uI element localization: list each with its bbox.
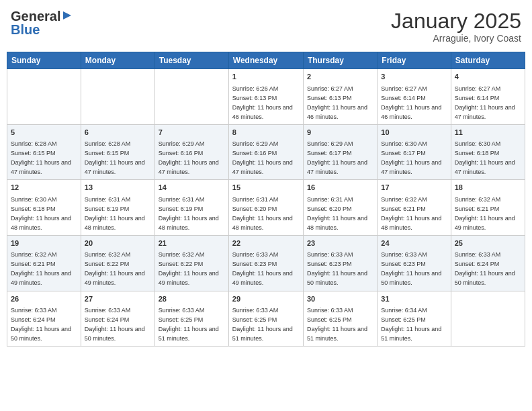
day-number: 26 (11, 294, 77, 304)
day-info: Sunrise: 6:31 AMSunset: 6:19 PMDaylight:… (85, 196, 145, 231)
day-number: 17 (381, 183, 447, 193)
calendar-day-3: 3Sunrise: 6:27 AMSunset: 6:14 PMDaylight… (378, 69, 451, 125)
day-number: 29 (232, 294, 300, 304)
day-number: 3 (381, 72, 447, 82)
day-number: 20 (85, 238, 151, 248)
calendar-week-4: 19Sunrise: 6:32 AMSunset: 6:21 PMDayligh… (7, 235, 525, 291)
col-header-sunday: Sunday (7, 52, 81, 69)
day-info: Sunrise: 6:32 AMSunset: 6:21 PMDaylight:… (381, 196, 441, 231)
calendar-day-17: 17Sunrise: 6:32 AMSunset: 6:21 PMDayligh… (378, 180, 451, 236)
day-number: 25 (455, 238, 521, 248)
calendar-day-14: 14Sunrise: 6:31 AMSunset: 6:19 PMDayligh… (154, 180, 228, 236)
day-number: 21 (159, 238, 225, 248)
day-info: Sunrise: 6:31 AMSunset: 6:20 PMDaylight:… (232, 196, 293, 231)
calendar-day-16: 16Sunrise: 6:31 AMSunset: 6:20 PMDayligh… (303, 180, 377, 236)
day-info: Sunrise: 6:34 AMSunset: 6:25 PMDaylight:… (381, 307, 441, 342)
day-number: 30 (307, 294, 373, 304)
day-number: 18 (455, 183, 521, 193)
calendar-day-25: 25Sunrise: 6:33 AMSunset: 6:24 PMDayligh… (451, 235, 525, 291)
calendar-day-6: 6Sunrise: 6:28 AMSunset: 6:15 PMDaylight… (81, 124, 154, 180)
svg-marker-0 (63, 11, 71, 19)
day-info: Sunrise: 6:29 AMSunset: 6:16 PMDaylight:… (232, 140, 293, 175)
day-number: 1 (232, 72, 300, 82)
calendar-day-21: 21Sunrise: 6:32 AMSunset: 6:22 PMDayligh… (154, 235, 228, 291)
day-info: Sunrise: 6:26 AMSunset: 6:13 PMDaylight:… (232, 85, 293, 120)
logo-blue-text: Blue (11, 23, 40, 36)
col-header-friday: Friday (378, 52, 451, 69)
day-number: 8 (232, 128, 300, 138)
day-info: Sunrise: 6:32 AMSunset: 6:22 PMDaylight:… (85, 251, 145, 286)
day-number: 5 (11, 128, 77, 138)
calendar-day-15: 15Sunrise: 6:31 AMSunset: 6:20 PMDayligh… (228, 180, 303, 236)
calendar-day-18: 18Sunrise: 6:32 AMSunset: 6:21 PMDayligh… (451, 180, 525, 236)
day-number: 15 (232, 183, 300, 193)
page-header: General Blue January 2025 Arraguie, Ivor… (7, 7, 525, 46)
day-info: Sunrise: 6:32 AMSunset: 6:21 PMDaylight:… (11, 251, 71, 286)
col-header-saturday: Saturday (451, 52, 525, 69)
day-info: Sunrise: 6:31 AMSunset: 6:19 PMDaylight:… (159, 196, 219, 231)
calendar-table: SundayMondayTuesdayWednesdayThursdayFrid… (7, 52, 525, 347)
day-number: 14 (159, 183, 225, 193)
day-info: Sunrise: 6:33 AMSunset: 6:25 PMDaylight:… (232, 307, 293, 342)
calendar-week-5: 26Sunrise: 6:33 AMSunset: 6:24 PMDayligh… (7, 291, 525, 347)
day-info: Sunrise: 6:33 AMSunset: 6:23 PMDaylight:… (381, 251, 441, 286)
calendar-day-28: 28Sunrise: 6:33 AMSunset: 6:25 PMDayligh… (154, 291, 228, 347)
day-number: 22 (232, 238, 300, 248)
day-info: Sunrise: 6:28 AMSunset: 6:15 PMDaylight:… (85, 140, 145, 175)
calendar-day-31: 31Sunrise: 6:34 AMSunset: 6:25 PMDayligh… (378, 291, 451, 347)
calendar-day-22: 22Sunrise: 6:33 AMSunset: 6:23 PMDayligh… (228, 235, 303, 291)
day-info: Sunrise: 6:33 AMSunset: 6:25 PMDaylight:… (159, 307, 219, 342)
calendar-day-12: 12Sunrise: 6:30 AMSunset: 6:18 PMDayligh… (7, 180, 81, 236)
calendar-day-2: 2Sunrise: 6:27 AMSunset: 6:13 PMDaylight… (303, 69, 377, 125)
calendar-day-8: 8Sunrise: 6:29 AMSunset: 6:16 PMDaylight… (228, 124, 303, 180)
calendar-day-29: 29Sunrise: 6:33 AMSunset: 6:25 PMDayligh… (228, 291, 303, 347)
day-number: 2 (307, 72, 373, 82)
day-info: Sunrise: 6:28 AMSunset: 6:15 PMDaylight:… (11, 140, 71, 175)
day-number: 9 (307, 128, 373, 138)
logo: General Blue (11, 9, 73, 36)
day-info: Sunrise: 6:30 AMSunset: 6:17 PMDaylight:… (381, 140, 441, 175)
day-number: 16 (307, 183, 373, 193)
calendar-day-30: 30Sunrise: 6:33 AMSunset: 6:25 PMDayligh… (303, 291, 377, 347)
calendar-day-13: 13Sunrise: 6:31 AMSunset: 6:19 PMDayligh… (81, 180, 154, 236)
day-number: 24 (381, 238, 447, 248)
calendar-day-11: 11Sunrise: 6:30 AMSunset: 6:18 PMDayligh… (451, 124, 525, 180)
calendar-week-1: 1Sunrise: 6:26 AMSunset: 6:13 PMDaylight… (7, 69, 525, 125)
day-number: 7 (159, 128, 225, 138)
calendar-day-5: 5Sunrise: 6:28 AMSunset: 6:15 PMDaylight… (7, 124, 81, 180)
calendar-day-26: 26Sunrise: 6:33 AMSunset: 6:24 PMDayligh… (7, 291, 81, 347)
day-info: Sunrise: 6:30 AMSunset: 6:18 PMDaylight:… (455, 140, 515, 175)
day-number: 23 (307, 238, 373, 248)
logo-icon (62, 10, 73, 21)
day-info: Sunrise: 6:29 AMSunset: 6:16 PMDaylight:… (159, 140, 219, 175)
calendar-day-7: 7Sunrise: 6:29 AMSunset: 6:16 PMDaylight… (154, 124, 228, 180)
day-info: Sunrise: 6:27 AMSunset: 6:14 PMDaylight:… (381, 85, 441, 120)
day-info: Sunrise: 6:31 AMSunset: 6:20 PMDaylight:… (307, 196, 367, 231)
day-number: 12 (11, 183, 77, 193)
day-number: 6 (85, 128, 151, 138)
calendar-empty-cell (81, 69, 154, 125)
month-title: January 2025 (391, 9, 521, 33)
day-info: Sunrise: 6:33 AMSunset: 6:23 PMDaylight:… (307, 251, 367, 286)
calendar-day-19: 19Sunrise: 6:32 AMSunset: 6:21 PMDayligh… (7, 235, 81, 291)
calendar-day-27: 27Sunrise: 6:33 AMSunset: 6:24 PMDayligh… (81, 291, 154, 347)
location-title: Arraguie, Ivory Coast (391, 33, 521, 44)
day-info: Sunrise: 6:32 AMSunset: 6:21 PMDaylight:… (455, 196, 515, 231)
calendar-header-row: SundayMondayTuesdayWednesdayThursdayFrid… (7, 52, 525, 69)
day-number: 10 (381, 128, 447, 138)
day-info: Sunrise: 6:27 AMSunset: 6:14 PMDaylight:… (455, 85, 515, 120)
day-info: Sunrise: 6:33 AMSunset: 6:24 PMDaylight:… (85, 307, 145, 342)
day-number: 13 (85, 183, 151, 193)
calendar-day-24: 24Sunrise: 6:33 AMSunset: 6:23 PMDayligh… (378, 235, 451, 291)
day-info: Sunrise: 6:33 AMSunset: 6:24 PMDaylight:… (11, 307, 71, 342)
col-header-thursday: Thursday (303, 52, 377, 69)
calendar-week-3: 12Sunrise: 6:30 AMSunset: 6:18 PMDayligh… (7, 180, 525, 236)
calendar-day-23: 23Sunrise: 6:33 AMSunset: 6:23 PMDayligh… (303, 235, 377, 291)
calendar-day-9: 9Sunrise: 6:29 AMSunset: 6:17 PMDaylight… (303, 124, 377, 180)
day-number: 28 (159, 294, 225, 304)
day-info: Sunrise: 6:33 AMSunset: 6:25 PMDaylight:… (307, 307, 367, 342)
day-info: Sunrise: 6:27 AMSunset: 6:13 PMDaylight:… (307, 85, 367, 120)
day-number: 19 (11, 238, 77, 248)
calendar-empty-cell (154, 69, 228, 125)
day-info: Sunrise: 6:30 AMSunset: 6:18 PMDaylight:… (11, 196, 71, 231)
